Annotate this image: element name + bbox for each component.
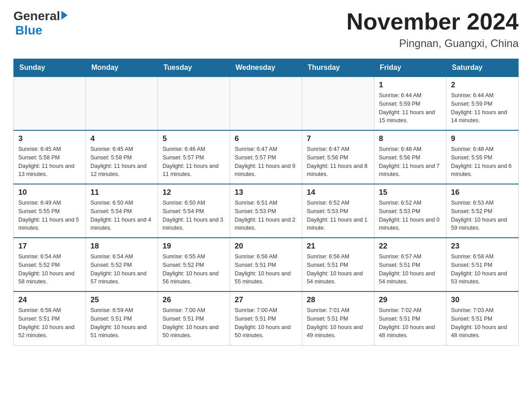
day-info: Sunrise: 6:48 AM Sunset: 5:56 PM Dayligh… bbox=[379, 145, 442, 179]
calendar-cell: 24Sunrise: 6:58 AM Sunset: 5:51 PM Dayli… bbox=[14, 291, 86, 345]
day-number: 20 bbox=[235, 242, 297, 251]
calendar-cell: 23Sunrise: 6:58 AM Sunset: 5:51 PM Dayli… bbox=[446, 238, 519, 291]
day-number: 30 bbox=[451, 295, 514, 304]
day-number: 13 bbox=[235, 188, 297, 197]
weekday-header-sunday: Sunday bbox=[14, 59, 86, 77]
week-row-3: 10Sunrise: 6:49 AM Sunset: 5:55 PM Dayli… bbox=[14, 184, 519, 238]
day-number: 8 bbox=[379, 134, 442, 143]
day-number: 3 bbox=[18, 134, 81, 143]
weekday-header-row: SundayMondayTuesdayWednesdayThursdayFrid… bbox=[14, 59, 519, 77]
calendar-cell: 3Sunrise: 6:45 AM Sunset: 5:58 PM Daylig… bbox=[14, 130, 86, 184]
day-info: Sunrise: 6:54 AM Sunset: 5:52 PM Dayligh… bbox=[18, 253, 81, 286]
day-number: 19 bbox=[163, 242, 225, 251]
day-number: 18 bbox=[90, 242, 153, 251]
day-number: 6 bbox=[235, 134, 297, 143]
day-number: 10 bbox=[18, 188, 81, 197]
calendar-cell: 2Sunrise: 6:44 AM Sunset: 5:59 PM Daylig… bbox=[446, 77, 519, 130]
day-info: Sunrise: 6:50 AM Sunset: 5:54 PM Dayligh… bbox=[163, 199, 225, 232]
calendar-cell: 29Sunrise: 7:02 AM Sunset: 5:51 PM Dayli… bbox=[374, 291, 446, 345]
day-info: Sunrise: 7:02 AM Sunset: 5:51 PM Dayligh… bbox=[379, 306, 442, 340]
day-number: 22 bbox=[379, 242, 442, 251]
day-info: Sunrise: 6:56 AM Sunset: 5:51 PM Dayligh… bbox=[235, 253, 297, 286]
day-info: Sunrise: 6:46 AM Sunset: 5:57 PM Dayligh… bbox=[163, 145, 225, 179]
day-info: Sunrise: 6:48 AM Sunset: 5:55 PM Dayligh… bbox=[451, 145, 514, 179]
weekday-header-wednesday: Wednesday bbox=[230, 59, 302, 77]
weekday-header-monday: Monday bbox=[86, 59, 158, 77]
day-info: Sunrise: 7:00 AM Sunset: 5:51 PM Dayligh… bbox=[163, 306, 225, 340]
day-info: Sunrise: 6:51 AM Sunset: 5:53 PM Dayligh… bbox=[235, 199, 297, 232]
day-number: 2 bbox=[451, 81, 514, 90]
calendar-cell: 10Sunrise: 6:49 AM Sunset: 5:55 PM Dayli… bbox=[14, 184, 86, 238]
calendar-cell: 8Sunrise: 6:48 AM Sunset: 5:56 PM Daylig… bbox=[374, 130, 446, 184]
day-info: Sunrise: 7:01 AM Sunset: 5:51 PM Dayligh… bbox=[307, 306, 369, 340]
logo: General Blue bbox=[13, 9, 68, 38]
title-area: November 2024 Pingnan, Guangxi, China bbox=[347, 9, 519, 50]
day-info: Sunrise: 6:58 AM Sunset: 5:51 PM Dayligh… bbox=[18, 306, 81, 340]
day-number: 28 bbox=[307, 295, 369, 304]
day-info: Sunrise: 6:52 AM Sunset: 5:53 PM Dayligh… bbox=[379, 199, 442, 232]
calendar-subtitle: Pingnan, Guangxi, China bbox=[347, 37, 519, 50]
calendar-cell: 11Sunrise: 6:50 AM Sunset: 5:54 PM Dayli… bbox=[86, 184, 158, 238]
day-info: Sunrise: 6:47 AM Sunset: 5:56 PM Dayligh… bbox=[307, 145, 369, 179]
calendar-cell bbox=[14, 77, 86, 130]
calendar-cell: 28Sunrise: 7:01 AM Sunset: 5:51 PM Dayli… bbox=[302, 291, 374, 345]
calendar-title: November 2024 bbox=[347, 9, 519, 34]
day-number: 29 bbox=[379, 295, 442, 304]
calendar-cell bbox=[86, 77, 158, 130]
day-number: 12 bbox=[163, 188, 225, 197]
calendar-table: SundayMondayTuesdayWednesdayThursdayFrid… bbox=[13, 59, 519, 346]
weekday-header-thursday: Thursday bbox=[302, 59, 374, 77]
calendar-cell: 17Sunrise: 6:54 AM Sunset: 5:52 PM Dayli… bbox=[14, 238, 86, 291]
day-number: 26 bbox=[163, 295, 225, 304]
calendar-cell: 21Sunrise: 6:56 AM Sunset: 5:51 PM Dayli… bbox=[302, 238, 374, 291]
calendar-cell: 12Sunrise: 6:50 AM Sunset: 5:54 PM Dayli… bbox=[158, 184, 230, 238]
day-info: Sunrise: 6:57 AM Sunset: 5:51 PM Dayligh… bbox=[379, 253, 442, 286]
day-number: 16 bbox=[451, 188, 514, 197]
calendar-cell: 18Sunrise: 6:54 AM Sunset: 5:52 PM Dayli… bbox=[86, 238, 158, 291]
logo-general-text: General bbox=[13, 9, 60, 23]
calendar-body: 1Sunrise: 6:44 AM Sunset: 5:59 PM Daylig… bbox=[14, 77, 519, 345]
day-number: 7 bbox=[307, 134, 369, 143]
day-info: Sunrise: 6:58 AM Sunset: 5:51 PM Dayligh… bbox=[451, 253, 514, 286]
calendar-cell: 15Sunrise: 6:52 AM Sunset: 5:53 PM Dayli… bbox=[374, 184, 446, 238]
calendar-cell: 7Sunrise: 6:47 AM Sunset: 5:56 PM Daylig… bbox=[302, 130, 374, 184]
day-info: Sunrise: 6:47 AM Sunset: 5:57 PM Dayligh… bbox=[235, 145, 297, 179]
week-row-2: 3Sunrise: 6:45 AM Sunset: 5:58 PM Daylig… bbox=[14, 130, 519, 184]
day-info: Sunrise: 7:03 AM Sunset: 5:51 PM Dayligh… bbox=[451, 306, 514, 340]
logo-blue-text: Blue bbox=[15, 23, 43, 38]
day-number: 21 bbox=[307, 242, 369, 251]
calendar-cell: 5Sunrise: 6:46 AM Sunset: 5:57 PM Daylig… bbox=[158, 130, 230, 184]
calendar-cell: 25Sunrise: 6:59 AM Sunset: 5:51 PM Dayli… bbox=[86, 291, 158, 345]
day-number: 27 bbox=[235, 295, 297, 304]
calendar-cell: 22Sunrise: 6:57 AM Sunset: 5:51 PM Dayli… bbox=[374, 238, 446, 291]
calendar-cell: 20Sunrise: 6:56 AM Sunset: 5:51 PM Dayli… bbox=[230, 238, 302, 291]
day-info: Sunrise: 6:54 AM Sunset: 5:52 PM Dayligh… bbox=[90, 253, 153, 286]
header: General Blue November 2024 Pingnan, Guan… bbox=[13, 9, 519, 50]
calendar-cell: 1Sunrise: 6:44 AM Sunset: 5:59 PM Daylig… bbox=[374, 77, 446, 130]
day-number: 17 bbox=[18, 242, 81, 251]
day-number: 25 bbox=[90, 295, 153, 304]
day-number: 11 bbox=[90, 188, 153, 197]
calendar-cell: 19Sunrise: 6:55 AM Sunset: 5:52 PM Dayli… bbox=[158, 238, 230, 291]
day-info: Sunrise: 6:44 AM Sunset: 5:59 PM Dayligh… bbox=[451, 91, 514, 125]
day-number: 15 bbox=[379, 188, 442, 197]
calendar-cell bbox=[158, 77, 230, 130]
day-info: Sunrise: 6:49 AM Sunset: 5:55 PM Dayligh… bbox=[18, 199, 81, 232]
day-info: Sunrise: 6:56 AM Sunset: 5:51 PM Dayligh… bbox=[307, 253, 369, 286]
day-number: 9 bbox=[451, 134, 514, 143]
calendar-cell: 30Sunrise: 7:03 AM Sunset: 5:51 PM Dayli… bbox=[446, 291, 519, 345]
calendar-cell: 14Sunrise: 6:52 AM Sunset: 5:53 PM Dayli… bbox=[302, 184, 374, 238]
day-info: Sunrise: 7:00 AM Sunset: 5:51 PM Dayligh… bbox=[235, 306, 297, 340]
day-number: 5 bbox=[163, 134, 225, 143]
calendar-cell: 16Sunrise: 6:53 AM Sunset: 5:52 PM Dayli… bbox=[446, 184, 519, 238]
weekday-header-saturday: Saturday bbox=[446, 59, 519, 77]
day-number: 14 bbox=[307, 188, 369, 197]
calendar-cell: 6Sunrise: 6:47 AM Sunset: 5:57 PM Daylig… bbox=[230, 130, 302, 184]
day-number: 4 bbox=[90, 134, 153, 143]
day-info: Sunrise: 6:50 AM Sunset: 5:54 PM Dayligh… bbox=[90, 199, 153, 232]
calendar-cell: 4Sunrise: 6:45 AM Sunset: 5:58 PM Daylig… bbox=[86, 130, 158, 184]
week-row-4: 17Sunrise: 6:54 AM Sunset: 5:52 PM Dayli… bbox=[14, 238, 519, 291]
calendar-cell bbox=[230, 77, 302, 130]
day-info: Sunrise: 6:53 AM Sunset: 5:52 PM Dayligh… bbox=[451, 199, 514, 232]
calendar-header: SundayMondayTuesdayWednesdayThursdayFrid… bbox=[14, 59, 519, 77]
